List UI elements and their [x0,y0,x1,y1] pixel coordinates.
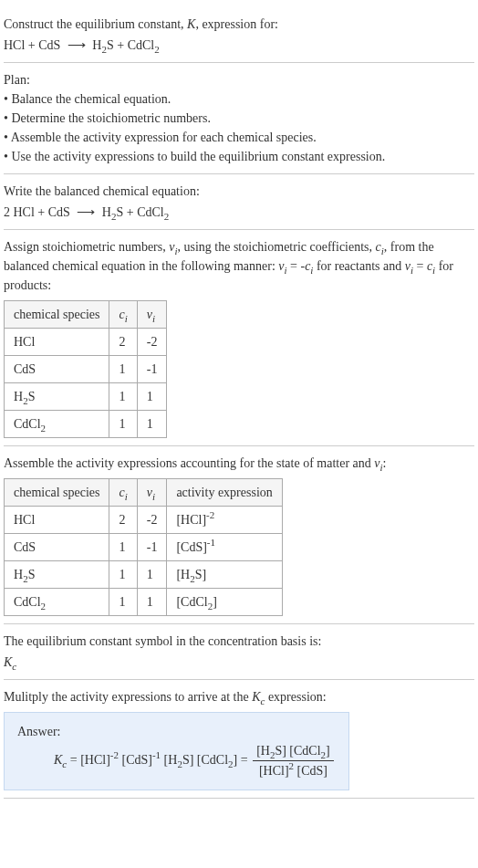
table-header-row: chemical species ci νi [5,301,167,329]
table-cell: 1 [109,411,137,438]
activity-heading: Assemble the activity expressions accoun… [4,454,474,473]
table-cell: -2 [137,507,167,534]
answer-equation: Kc = [HCl]-2 [CdS]-1 [H2S] [CdCl2] = [H2… [54,741,336,780]
balanced-section: Write the balanced chemical equation: 2 … [4,174,474,230]
table-cell: CdS [5,356,109,383]
table-cell: CdCl2 [5,589,109,616]
answer-label: Answer: [17,722,336,741]
table-header: activity expression [167,479,282,507]
numerator: [H2S] [CdCl2] [253,741,334,761]
stoich-heading: Assign stoichiometric numbers, νi, using… [4,237,474,295]
table-cell: HCl [5,507,109,534]
table-cell: 1 [109,561,137,589]
table-row: CdCl2 1 1 [5,411,167,438]
table-row: CdS 1 -1 [5,356,167,383]
table-cell: -2 [137,329,167,356]
table-cell: 2 [109,507,137,534]
plan-bullet: • Balance the chemical equation. [4,89,474,109]
denominator: [HCl]2 [CdS] [253,761,334,780]
final-section: Mulitply the activity expressions to arr… [4,680,474,799]
table-cell: [H2S] [167,561,282,589]
table-cell: CdCl2 [5,411,109,438]
activity-table: chemical species ci νi activity expressi… [4,478,283,616]
table-cell: 1 [137,561,167,589]
plan-section: Plan: • Balance the chemical equation. •… [4,63,474,174]
table-header-row: chemical species ci νi activity expressi… [5,479,283,507]
problem-prompt: Construct the equilibrium constant, K, e… [4,15,474,34]
table-cell: 2 [109,329,137,356]
table-cell: 1 [109,356,137,383]
table-row: CdS 1 -1 [CdS]-1 [5,534,283,561]
table-cell: 1 [109,589,137,616]
symbol-section: The equilibrium constant symbol in the c… [4,624,474,680]
table-row: H2S 1 1 [5,383,167,411]
plan-heading: Plan: [4,70,474,89]
table-header: chemical species [5,301,109,329]
plan-bullet: • Assemble the activity expression for e… [4,128,474,147]
table-row: HCl 2 -2 [5,329,167,356]
table-cell: H2S [5,383,109,411]
symbol-value: Kc [4,653,474,672]
table-row: HCl 2 -2 [HCl]-2 [5,507,283,534]
final-heading: Mulitply the activity expressions to arr… [4,687,474,706]
table-cell: [HCl]-2 [167,507,282,534]
unbalanced-equation: HCl + CdS ⟶ H2S + CdCl2 [4,36,474,55]
balanced-heading: Write the balanced chemical equation: [4,182,474,201]
table-cell: [CdCl2] [167,589,282,616]
table-cell: 1 [137,383,167,411]
table-cell: 1 [109,534,137,561]
plan-bullet: • Determine the stoichiometric numbers. [4,109,474,128]
stoich-table: chemical species ci νi HCl 2 -2 CdS 1 -1… [4,300,167,438]
activity-section: Assemble the activity expressions accoun… [4,446,474,624]
table-header: chemical species [5,479,109,507]
symbol-heading: The equilibrium constant symbol in the c… [4,632,474,651]
table-cell: CdS [5,534,109,561]
table-header: ci [109,479,137,507]
fraction: [H2S] [CdCl2] [HCl]2 [CdS] [253,741,334,780]
problem-statement: Construct the equilibrium constant, K, e… [4,7,474,63]
table-header: νi [137,301,167,329]
table-cell: -1 [137,356,167,383]
stoich-section: Assign stoichiometric numbers, νi, using… [4,230,474,446]
table-cell: [CdS]-1 [167,534,282,561]
table-cell: HCl [5,329,109,356]
table-row: H2S 1 1 [H2S] [5,561,283,589]
table-cell: -1 [137,534,167,561]
table-header: νi [137,479,167,507]
balanced-equation: 2 HCl + CdS ⟶ H2S + CdCl2 [4,203,474,222]
table-header: ci [109,301,137,329]
table-cell: 1 [109,383,137,411]
table-cell: 1 [137,589,167,616]
table-cell: H2S [5,561,109,589]
answer-box: Answer: Kc = [HCl]-2 [CdS]-1 [H2S] [CdCl… [4,712,349,790]
plan-bullet: • Use the activity expressions to build … [4,147,474,166]
table-row: CdCl2 1 1 [CdCl2] [5,589,283,616]
table-cell: 1 [137,411,167,438]
